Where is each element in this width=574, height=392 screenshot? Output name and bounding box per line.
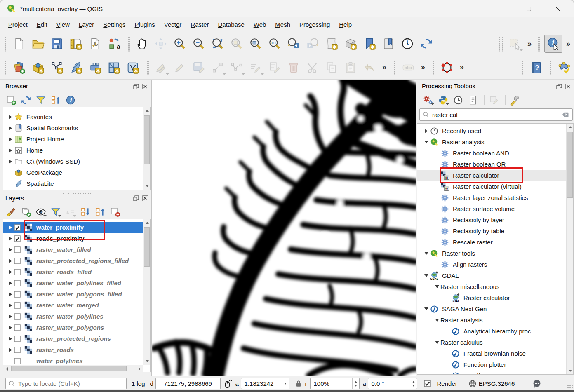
zoom-full-button[interactable] — [209, 35, 227, 53]
spin-arrows-icon[interactable] — [410, 378, 417, 389]
processing-item-raster-calculator-virtual-[interactable]: Raster calculator (virtual) — [417, 181, 567, 192]
toolbar-handle[interactable] — [538, 36, 541, 52]
add-selected-layers-button[interactable] — [5, 94, 18, 107]
expander-expanded-icon[interactable] — [423, 307, 430, 310]
browser-properties-button[interactable]: i — [64, 94, 77, 107]
scale-combo[interactable]: 1:1823242 — [241, 378, 289, 389]
menu-help[interactable]: Help — [334, 19, 356, 31]
show-spatial-bookmarks-button[interactable] — [379, 35, 398, 53]
menu-edit[interactable]: Edit — [32, 19, 52, 31]
menu-web[interactable]: Web — [249, 19, 271, 31]
layer-row-raster_water_polylines[interactable]: raster_water_polylines — [3, 311, 144, 322]
processing-item-raster-calculator[interactable]: GDALRaster calculator — [417, 292, 567, 303]
extents-tracking-icon[interactable] — [223, 379, 233, 389]
processing-item-raster-analysis[interactable]: Raster analysis — [417, 315, 567, 326]
new-map-view-button[interactable] — [322, 35, 341, 53]
layers-close-button[interactable] — [141, 195, 149, 202]
save-layer-edits-button[interactable] — [190, 59, 208, 77]
layer-visibility-checkbox[interactable] — [14, 280, 21, 286]
toolbar-handle[interactable] — [393, 60, 396, 75]
processing-item-raster-calculus[interactable]: Raster calculus — [417, 337, 567, 348]
paste-features-button[interactable] — [341, 59, 360, 77]
layer-row-water_proximity[interactable]: water_proximity — [3, 222, 144, 233]
processing-item-recently-used[interactable]: Recently used — [417, 125, 567, 136]
labeling-button[interactable]: abc — [399, 59, 417, 77]
menu-database[interactable]: Database — [214, 19, 249, 31]
toolbar-handle[interactable] — [4, 60, 7, 75]
new-print-layout-button[interactable] — [67, 35, 85, 53]
processing-item-raster-calculator[interactable]: Raster calculator — [417, 170, 567, 181]
refresh-button[interactable] — [417, 35, 435, 53]
vertex-tool-button[interactable] — [228, 59, 246, 77]
copy-features-button[interactable] — [322, 59, 341, 77]
crs-label[interactable]: EPSG:32646 — [479, 380, 515, 387]
toolbar-handle[interactable] — [127, 36, 130, 52]
menu-plugins[interactable]: Plugins — [130, 19, 160, 31]
expander-collapsed-icon[interactable] — [7, 126, 14, 130]
toolbar-handle[interactable] — [549, 60, 552, 75]
expander-collapsed-icon[interactable] — [7, 281, 14, 285]
processing-item-raster-layer-zonal-statistics[interactable]: Raster layer zonal statistics — [417, 192, 567, 203]
expander-collapsed-icon[interactable] — [7, 237, 14, 241]
menu-processing[interactable]: Processing — [295, 19, 334, 31]
layer-row-raster_protected_regions[interactable]: raster_protected_regions — [3, 333, 144, 344]
processing-item-raster-analysis[interactable]: Raster analysis — [417, 136, 567, 148]
processing-search-input[interactable] — [432, 111, 561, 118]
layer-visibility-checkbox[interactable] — [14, 291, 21, 298]
menu-project[interactable]: Project — [4, 19, 32, 31]
cut-features-button[interactable] — [303, 59, 322, 77]
toolbar-handle[interactable] — [521, 60, 524, 75]
processing-close-button[interactable] — [565, 83, 572, 90]
processing-item-function-plotter[interactable]: Function plotter — [417, 359, 567, 370]
expander-collapsed-icon[interactable] — [423, 129, 430, 133]
processing-item-reclassify-by-layer[interactable]: Reclassify by layer — [417, 214, 567, 225]
processing-item-align-rasters[interactable]: Align rasters — [417, 259, 567, 270]
expander-collapsed-icon[interactable] — [7, 137, 14, 141]
layer-visibility-checkbox[interactable] — [14, 347, 21, 353]
expander-collapsed-icon[interactable] — [7, 225, 14, 230]
expander-collapsed-icon[interactable] — [7, 326, 14, 330]
render-checkbox[interactable] — [424, 380, 431, 387]
menu-layer[interactable]: Layer — [74, 19, 99, 31]
maximize-button[interactable] — [514, 0, 543, 17]
layers-hscrollbar[interactable] — [3, 365, 143, 372]
browser-item-spatial-bookmarks[interactable]: Spatial Bookmarks — [3, 122, 144, 134]
toolbar-handle[interactable] — [432, 60, 435, 75]
temporal-controller-button[interactable] — [398, 35, 416, 53]
browser-close-button[interactable] — [141, 83, 149, 90]
multiedit-attributes-button[interactable] — [266, 59, 284, 77]
layer-visibility-checkbox[interactable] — [14, 246, 21, 253]
browser-float-button[interactable] — [132, 83, 140, 90]
zoom-out-button[interactable] — [190, 35, 208, 53]
layer-row-raster_protected_regions_filled[interactable]: raster_protected_regions_filled — [3, 255, 144, 266]
zoom-native-button[interactable]: 1:1 — [266, 35, 284, 53]
expander-expanded-icon[interactable] — [433, 285, 440, 288]
layer-visibility-checkbox[interactable] — [14, 258, 21, 264]
layer-visibility-checkbox[interactable] — [14, 336, 21, 342]
expander-collapsed-icon[interactable] — [7, 303, 14, 307]
new-mesh-layer-button[interactable] — [86, 59, 104, 77]
browser-item-spatialite[interactable]: SpatiaLite — [3, 178, 144, 189]
lock-scale-icon[interactable] — [294, 380, 303, 388]
locate-input[interactable] — [18, 380, 124, 387]
options-button[interactable] — [508, 94, 522, 107]
menu-view[interactable]: View — [52, 19, 74, 31]
menu-vector[interactable]: Vector — [160, 19, 186, 31]
expander-collapsed-icon[interactable] — [7, 259, 14, 263]
zoom-to-layer-button[interactable] — [247, 35, 265, 53]
expander-expanded-icon[interactable] — [423, 274, 430, 277]
expander-expanded-icon[interactable] — [423, 252, 430, 255]
layer-visibility-checkbox[interactable] — [14, 324, 21, 331]
layer-styling-button[interactable] — [5, 205, 18, 218]
undo-button[interactable] — [360, 59, 379, 77]
geometry-checker-button[interactable] — [555, 59, 573, 77]
pan-map-button[interactable] — [133, 35, 151, 53]
modify-attributes-button[interactable] — [247, 59, 265, 77]
new-shapefile-layer-button[interactable] — [48, 59, 66, 77]
rotation-spinbox[interactable]: 0.0 ° — [368, 378, 417, 389]
toolbar-overflow-button[interactable]: » — [379, 59, 389, 77]
select-features-button[interactable] — [506, 35, 524, 53]
layer-visibility-checkbox[interactable] — [14, 235, 21, 242]
new-virtual-layer-button[interactable] — [124, 59, 142, 77]
minimize-button[interactable] — [485, 0, 514, 17]
